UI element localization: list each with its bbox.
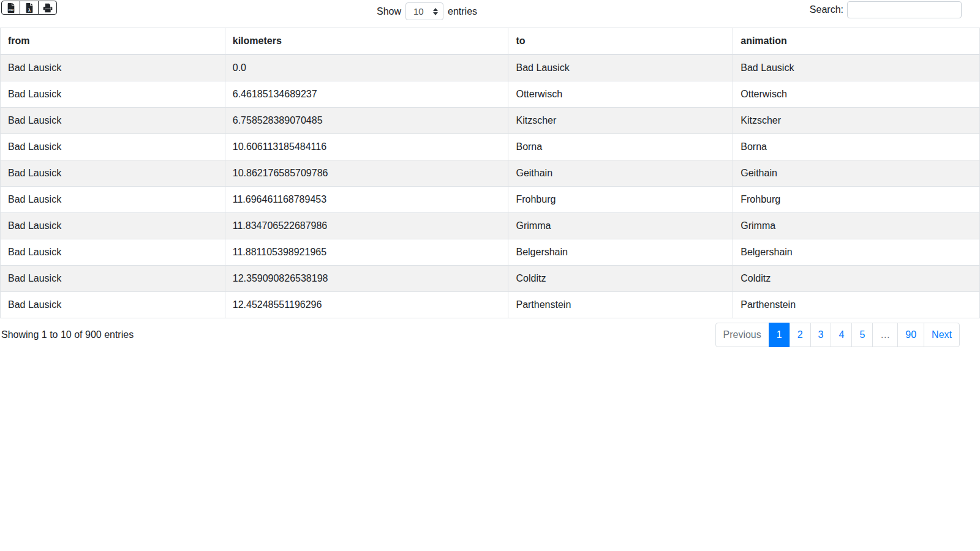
- table-header-row: from kilometers to animation: [1, 28, 980, 55]
- table-cell: Bad Lausick: [1, 160, 225, 187]
- page-button-previous: Previous: [715, 323, 769, 347]
- svg-text:CSV: CSV: [8, 9, 13, 12]
- table-cell: Bad Lausick: [1, 187, 225, 213]
- print-button[interactable]: [38, 1, 57, 15]
- file-csv-icon: CSV: [6, 3, 16, 13]
- page-length-select[interactable]: 10: [405, 2, 443, 20]
- table-cell: 0.0: [225, 54, 508, 81]
- table-cell: Grimma: [508, 213, 733, 239]
- table-cell: Kitzscher: [733, 108, 980, 134]
- page-item: 2: [790, 323, 811, 347]
- pdf-export-button[interactable]: λ: [20, 1, 39, 15]
- table-cell: Otterwisch: [733, 81, 980, 108]
- table-row: Bad Lausick10.862176585709786GeithainGei…: [1, 160, 980, 187]
- pagination: Previous12345…90Next: [715, 323, 960, 347]
- table-cell: Bad Lausick: [1, 134, 225, 160]
- search-label: Search:: [810, 4, 843, 15]
- table-row: Bad Lausick11.696461168789453FrohburgFro…: [1, 187, 980, 213]
- table-cell: Frohburg: [733, 187, 980, 213]
- svg-text:λ: λ: [28, 7, 31, 12]
- entries-label: entries: [448, 6, 477, 17]
- table-cell: Borna: [508, 134, 733, 160]
- table-cell: 6.46185134689237: [225, 81, 508, 108]
- table-cell: Belgershain: [733, 239, 980, 266]
- column-header-animation: animation: [733, 28, 980, 55]
- table-cell: Bad Lausick: [733, 54, 980, 81]
- table-cell: 12.359090826538198: [225, 266, 508, 292]
- page-item: Previous: [715, 323, 769, 347]
- table-cell: Colditz: [733, 266, 980, 292]
- page-item: 3: [810, 323, 832, 347]
- table-cell: Bad Lausick: [1, 213, 225, 239]
- column-header-kilometers: kilometers: [225, 28, 508, 55]
- page-length-control: Show 10 entries: [377, 2, 477, 20]
- table-cell: Bad Lausick: [1, 292, 225, 318]
- table-cell: Bad Lausick: [1, 108, 225, 134]
- table-row: Bad Lausick6.758528389070485KitzscherKit…: [1, 108, 980, 134]
- table-cell: Bad Lausick: [508, 54, 733, 81]
- table-cell: Colditz: [508, 266, 733, 292]
- table-cell: Bad Lausick: [1, 54, 225, 81]
- datatable-page: CSV λ: [0, 0, 980, 551]
- table-cell: Otterwisch: [508, 81, 733, 108]
- table-cell: Bad Lausick: [1, 81, 225, 108]
- page-button-next[interactable]: Next: [924, 323, 960, 347]
- search-control: Search:: [810, 1, 962, 18]
- page-button-4[interactable]: 4: [831, 323, 852, 347]
- table-footer-bar: Showing 1 to 10 of 900 entries Previous1…: [0, 323, 980, 347]
- table-controls-bar: CSV λ: [0, 0, 980, 28]
- table-cell: Borna: [733, 134, 980, 160]
- page-item: 4: [831, 323, 852, 347]
- page-item: 5: [851, 323, 873, 347]
- entries-info: Showing 1 to 10 of 900 entries: [1, 329, 134, 340]
- table-cell: Kitzscher: [508, 108, 733, 134]
- table-row: Bad Lausick6.46185134689237OtterwischOtt…: [1, 81, 980, 108]
- table-cell: Parthenstein: [733, 292, 980, 318]
- table-cell: Geithain: [733, 160, 980, 187]
- column-header-to: to: [508, 28, 733, 55]
- column-header-from: from: [1, 28, 225, 55]
- table-cell: Belgershain: [508, 239, 733, 266]
- print-icon: [43, 3, 53, 13]
- table-cell: 10.606113185484116: [225, 134, 508, 160]
- csv-export-button[interactable]: CSV: [1, 1, 20, 15]
- table-cell: 11.881105398921965: [225, 239, 508, 266]
- table-row: Bad Lausick10.606113185484116BornaBorna: [1, 134, 980, 160]
- search-input[interactable]: [847, 1, 962, 18]
- table-body: Bad Lausick0.0Bad LausickBad LausickBad …: [1, 54, 980, 318]
- table-row: Bad Lausick11.834706522687986GrimmaGrimm…: [1, 213, 980, 239]
- table-cell: 6.758528389070485: [225, 108, 508, 134]
- data-table: from kilometers to animation Bad Lausick…: [0, 28, 980, 318]
- page-item: Next: [924, 323, 960, 347]
- table-row: Bad Lausick11.881105398921965Belgershain…: [1, 239, 980, 266]
- table-row: Bad Lausick12.359090826538198ColditzCold…: [1, 266, 980, 292]
- table-cell: 11.834706522687986: [225, 213, 508, 239]
- table-cell: 12.45248551196296: [225, 292, 508, 318]
- table-cell: Bad Lausick: [1, 266, 225, 292]
- show-label: Show: [377, 6, 401, 17]
- table-cell: Grimma: [733, 213, 980, 239]
- table-cell: Frohburg: [508, 187, 733, 213]
- table-head: from kilometers to animation: [1, 28, 980, 55]
- table-cell: Parthenstein: [508, 292, 733, 318]
- table-row: Bad Lausick12.45248551196296Parthenstein…: [1, 292, 980, 318]
- page-length-select-wrap: 10: [405, 2, 443, 20]
- page-button-5[interactable]: 5: [851, 323, 873, 347]
- table-cell: 11.696461168789453: [225, 187, 508, 213]
- page-item: 1: [769, 323, 790, 347]
- page-button-3[interactable]: 3: [810, 323, 832, 347]
- export-button-group: CSV λ: [1, 1, 57, 15]
- table-cell: Bad Lausick: [1, 239, 225, 266]
- page-button-1[interactable]: 1: [769, 323, 790, 347]
- page-item: …: [872, 323, 898, 347]
- file-pdf-icon: λ: [24, 3, 34, 13]
- page-item: 90: [897, 323, 924, 347]
- page-button-90[interactable]: 90: [897, 323, 924, 347]
- page-button-2[interactable]: 2: [790, 323, 811, 347]
- table-cell: Geithain: [508, 160, 733, 187]
- table-row: Bad Lausick0.0Bad LausickBad Lausick: [1, 54, 980, 81]
- table-cell: 10.862176585709786: [225, 160, 508, 187]
- page-button-ellipsis: …: [872, 323, 898, 347]
